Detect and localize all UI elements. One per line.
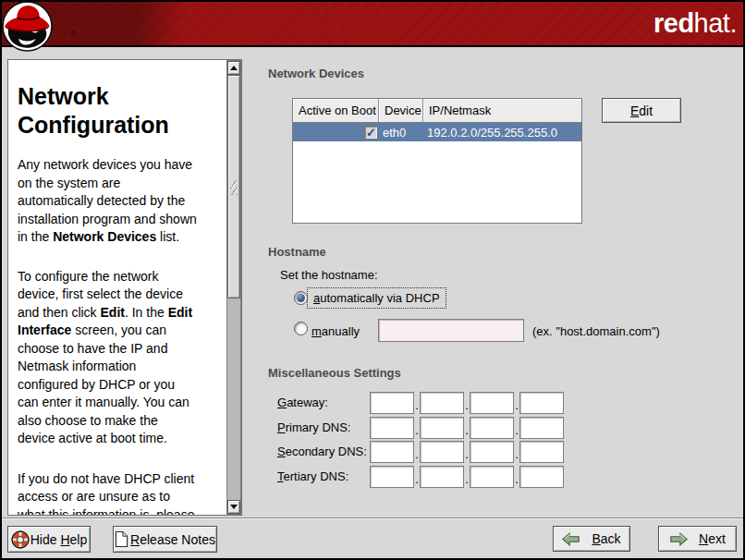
primary-dns-octet-2[interactable] <box>420 417 464 439</box>
wordmark-red: red <box>653 8 694 38</box>
active-on-boot-cell: ✓ <box>293 126 379 140</box>
redhat-wordmark: redhat. <box>653 8 737 39</box>
secondary-dns-octet-4[interactable] <box>519 441 564 463</box>
gateway-label: Gateway: <box>277 396 370 409</box>
help-paragraph-1: Any network devices you have on the syst… <box>18 156 219 247</box>
arrow-up-icon <box>230 66 238 70</box>
radio-manual-hostname[interactable] <box>294 322 308 335</box>
secondary-dns-label: Secondary DNS: <box>277 444 370 458</box>
table-row-eth0[interactable]: ✓ eth0 192.0.2.0/255.255.255.0 <box>293 123 581 141</box>
next-arrow-icon <box>669 531 688 547</box>
secondary-dns-octet-3[interactable] <box>470 441 514 463</box>
secondary-dns-row: Secondary DNS: ... <box>277 440 564 463</box>
scrollbar-thumb[interactable] <box>227 75 240 298</box>
document-icon <box>115 530 128 548</box>
back-button[interactable]: Back <box>553 526 630 552</box>
help-paragraph-3: If you do not have DHCP client access or… <box>18 470 219 517</box>
redhat-banner: redhat. <box>0 0 745 47</box>
hide-help-button[interactable]: Hide Help <box>7 526 91 553</box>
help-scrollbar[interactable] <box>226 60 241 515</box>
ip-netmask-cell: 192.0.2.0/255.255.255.0 <box>423 126 581 140</box>
tertiary-dns-octet-2[interactable] <box>420 466 464 488</box>
help-paragraph-2: To configure the network device, first s… <box>18 268 219 448</box>
primary-dns-octet-3[interactable] <box>470 417 514 439</box>
gateway-row: Gateway: ... <box>277 391 564 414</box>
edit-button[interactable]: Edit <box>602 98 681 123</box>
tertiary-dns-label: Tertiary DNS: <box>277 469 370 483</box>
radio-automatic-dhcp[interactable] <box>294 291 308 305</box>
hostname-hint: (ex. "host.domain.com") <box>532 324 660 338</box>
arrow-down-icon <box>230 505 238 509</box>
gateway-octet-3[interactable] <box>470 392 514 414</box>
scroll-up-button[interactable] <box>227 61 240 75</box>
tertiary-dns-octet-4[interactable] <box>519 466 564 488</box>
secondary-dns-octet-2[interactable] <box>420 441 464 463</box>
footer-divider <box>0 517 745 519</box>
help-panel: Network Configuration Any network device… <box>7 59 242 516</box>
gateway-octet-1[interactable] <box>370 392 414 414</box>
scrollbar-grip-icon <box>230 180 238 195</box>
help-title: Network Configuration <box>18 82 219 140</box>
primary-dns-octet-4[interactable] <box>519 417 564 439</box>
registered-trademark: ® <box>70 30 76 38</box>
column-header-device[interactable]: Device <box>379 99 423 123</box>
active-on-boot-checkbox[interactable]: ✓ <box>364 126 378 140</box>
back-arrow-icon <box>562 531 580 547</box>
installer-window: redhat. ® Network Configuration Any netw… <box>0 0 745 560</box>
tertiary-dns-octet-3[interactable] <box>470 466 514 488</box>
column-header-active-on-boot[interactable]: Active on Boot <box>293 99 379 123</box>
gateway-octet-2[interactable] <box>420 392 464 414</box>
release-notes-button[interactable]: Release Notes <box>113 526 217 553</box>
column-header-ip-netmask[interactable]: IP/Netmask <box>423 99 581 123</box>
primary-dns-row: Primary DNS: ... <box>277 416 564 439</box>
life-ring-icon <box>11 530 30 549</box>
miscellaneous-settings-header: Miscellaneous Settings <box>268 366 401 380</box>
redhat-shadowman-logo-icon <box>2 1 53 52</box>
hostname-input[interactable] <box>378 319 524 342</box>
secondary-dns-octet-1[interactable] <box>370 441 414 463</box>
wordmark-period: . <box>729 8 737 38</box>
tertiary-dns-row: Tertiary DNS: ... <box>277 465 564 488</box>
hostname-header: Hostname <box>268 245 326 259</box>
help-content: Network Configuration Any network device… <box>18 60 219 516</box>
manual-hostname-label[interactable]: manually <box>311 324 360 338</box>
primary-dns-label: Primary DNS: <box>277 420 370 434</box>
next-button[interactable]: Next <box>658 526 737 552</box>
device-cell: eth0 <box>379 126 423 140</box>
network-devices-header: Network Devices <box>268 67 364 80</box>
automatic-dhcp-label[interactable]: automatically via DHCP <box>307 287 446 309</box>
primary-dns-octet-1[interactable] <box>370 417 414 439</box>
table-header-row: Active on Boot Device IP/Netmask <box>293 99 581 123</box>
set-hostname-label: Set the hostname: <box>280 268 378 282</box>
gateway-octet-4[interactable] <box>519 392 564 414</box>
scroll-down-button[interactable] <box>227 500 240 514</box>
tertiary-dns-octet-1[interactable] <box>370 466 414 488</box>
network-devices-table: Active on Boot Device IP/Netmask ✓ eth0 … <box>292 98 582 224</box>
wordmark-hat: hat <box>694 8 730 38</box>
